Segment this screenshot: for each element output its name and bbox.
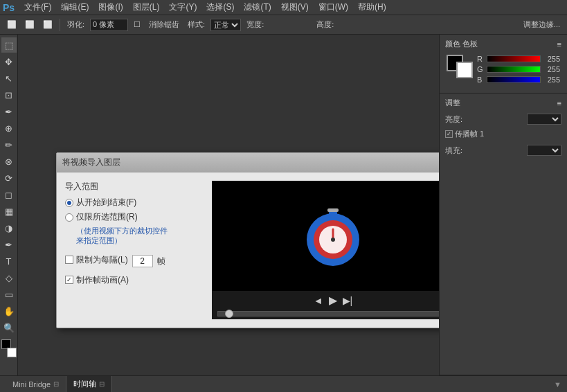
- r-value: 255: [543, 55, 560, 63]
- tool-gradient[interactable]: ▦: [1, 204, 17, 219]
- g-label: G: [477, 65, 484, 73]
- menu-filter[interactable]: 滤镜(T): [240, 0, 275, 15]
- brightness-select[interactable]: [527, 114, 561, 125]
- tool-crop[interactable]: ⊡: [1, 87, 17, 103]
- tool-path[interactable]: ◇: [1, 270, 17, 285]
- tool-shape1: ⬜: [4, 19, 19, 30]
- g-slider[interactable]: [487, 66, 541, 73]
- tool-move[interactable]: ↖: [1, 71, 17, 86]
- radio-row-full[interactable]: 从开始到结束(F): [65, 197, 204, 208]
- tool-eyedropper[interactable]: ✒: [1, 104, 17, 119]
- radio-selection-label: 仅限所选范围(R): [76, 211, 138, 223]
- svg-rect-6: [327, 208, 339, 212]
- dialog-body: 导入范围 从开始到结束(F) 仅限所选范围(R) （使用视频下方的裁切控件 来指…: [57, 172, 439, 328]
- tab-mini-bridge[interactable]: Mini Bridge ⊟: [6, 376, 66, 392]
- prev-frame-btn[interactable]: ◄: [314, 295, 323, 306]
- tool-clone[interactable]: ⊗: [1, 154, 17, 169]
- scrubber-track[interactable]: [217, 311, 439, 317]
- tool-hand[interactable]: ✋: [1, 303, 17, 319]
- fg-bg-swatches-container: [447, 55, 473, 78]
- interval-input[interactable]: [132, 255, 153, 267]
- tool-dodge[interactable]: ◑: [1, 220, 17, 235]
- menu-edit[interactable]: 编辑(E): [57, 0, 93, 15]
- menu-bar: Ps 文件(F) 编辑(E) 图像(I) 图层(L) 文字(Y) 选择(S) 滤…: [0, 0, 567, 15]
- video-controls: ◄ ▶ ▶|: [212, 291, 439, 310]
- tool-pen[interactable]: ✒: [1, 237, 17, 252]
- bg-swatch[interactable]: [7, 348, 17, 357]
- tool-lasso[interactable]: ✥: [1, 54, 17, 69]
- checkbox-animation-row[interactable]: 制作帧动画(A): [65, 274, 204, 286]
- adjust-edge-btn[interactable]: 调整边缘...: [521, 18, 563, 31]
- menu-type[interactable]: 文字(Y): [165, 0, 201, 15]
- tool-eraser[interactable]: ◻: [1, 187, 17, 202]
- tool-select[interactable]: ⬚: [1, 37, 17, 53]
- bg-color-swatch[interactable]: [456, 62, 473, 78]
- style-select[interactable]: 正常: [210, 19, 241, 31]
- canvas-area: 将视频导入图层 ✕ 导入范围 从开始到结束(F) 仅限所选范: [18, 35, 439, 375]
- tab-timeline[interactable]: 时间轴 ⊟: [66, 376, 112, 392]
- adjust-panel-body: 亮度: ✓ 传播帧 1 填充:: [442, 109, 564, 160]
- tab-timeline-close[interactable]: ⊟: [99, 380, 105, 388]
- bottom-bar-collapse-icon[interactable]: ▼: [554, 380, 561, 389]
- tool-zoom[interactable]: 🔍: [1, 320, 17, 335]
- dialog-titlebar: 将视频导入图层 ✕: [57, 153, 439, 172]
- brightness-row: 亮度:: [445, 112, 561, 126]
- color-swatches[interactable]: [1, 339, 17, 357]
- tool-type[interactable]: T: [1, 253, 17, 269]
- color-panel-header: 颜色 色板 ≡: [442, 37, 564, 51]
- adjust-panel-header: 调整 ≡: [442, 96, 564, 109]
- tool-shape[interactable]: ▭: [1, 287, 17, 302]
- g-value: 255: [543, 65, 560, 73]
- dialog-options: 导入范围 从开始到结束(F) 仅限所选范围(R) （使用视频下方的裁切控件 来指…: [65, 181, 204, 319]
- menu-select[interactable]: 选择(S): [202, 0, 238, 15]
- checkbox-limit-row[interactable]: 限制为每隔(L): [65, 254, 128, 266]
- tool-history[interactable]: ⟳: [1, 170, 17, 186]
- next-frame-btn[interactable]: ▶|: [343, 295, 353, 306]
- color-panel-section: 颜色 色板 ≡ R 255: [440, 35, 567, 93]
- b-slider[interactable]: [487, 76, 541, 83]
- feather-label: 羽化:: [64, 18, 87, 31]
- antialias-label: 消除锯齿: [146, 18, 182, 31]
- play-btn[interactable]: ▶: [329, 294, 337, 307]
- adjust-panel-section: 调整 ≡ 亮度: ✓ 传播帧 1 填充:: [440, 93, 567, 375]
- menu-items: 文件(F) 编辑(E) 图像(I) 图层(L) 文字(Y) 选择(S) 滤镜(T…: [20, 0, 390, 15]
- tool-brush[interactable]: ✏: [1, 137, 17, 152]
- radio-sub-text1: （使用视频下方的裁切控件: [76, 226, 204, 235]
- menu-layer[interactable]: 图层(L): [129, 0, 164, 15]
- b-label: B: [477, 75, 484, 84]
- menu-help[interactable]: 帮助(H): [354, 0, 390, 15]
- panel-menu-icon[interactable]: ≡: [557, 40, 561, 48]
- toolbar: ⬜ ⬜ ⬜ 羽化: ☐ 消除锯齿 样式: 正常 宽度: 高度: 调整边缘...: [0, 15, 567, 35]
- radio-row-selection[interactable]: 仅限所选范围(R): [65, 211, 204, 223]
- adjust-menu-icon[interactable]: ≡: [557, 99, 561, 107]
- dialog-title: 将视频导入图层: [62, 157, 120, 168]
- adjust-panel-title: 调整: [445, 98, 460, 108]
- feather-input[interactable]: [90, 19, 128, 31]
- radio-full[interactable]: [65, 199, 73, 207]
- antialias-check[interactable]: ☐: [131, 19, 143, 30]
- limit-interval-row: 限制为每隔(L) 帧: [65, 254, 204, 269]
- menu-file[interactable]: 文件(F): [20, 0, 55, 15]
- bottom-bar: Mini Bridge ⊟ 时间轴 ⊟ ▼: [0, 375, 567, 392]
- checkbox-animation[interactable]: [65, 276, 73, 284]
- scrubber-thumb[interactable]: [225, 310, 233, 318]
- color-sliders: R 255 G 255 B 255: [477, 55, 560, 86]
- tool-heal[interactable]: ⊕: [1, 121, 17, 136]
- menu-image[interactable]: 图像(I): [94, 0, 127, 15]
- video-frame: [212, 181, 439, 291]
- fill-select[interactable]: [527, 145, 561, 156]
- color-panel-body: R 255 G 255 B 255: [442, 51, 564, 90]
- style-label: 样式:: [185, 18, 208, 31]
- fill-row: 填充:: [445, 143, 561, 157]
- menu-view[interactable]: 视图(V): [277, 0, 313, 15]
- r-slider[interactable]: [487, 55, 541, 62]
- propagate-checkbox[interactable]: ✓: [445, 130, 453, 138]
- menu-window[interactable]: 窗口(W): [314, 0, 352, 15]
- import-range-title: 导入范围: [65, 181, 204, 193]
- tab-mini-bridge-close[interactable]: ⊟: [53, 380, 59, 388]
- workspace: ⬚ ✥ ↖ ⊡ ✒ ⊕ ✏ ⊗ ⟳ ◻ ▦ ◑ ✒ T ◇ ▭ ✋ 🔍 将视频导…: [0, 35, 567, 375]
- checkbox-limit[interactable]: [65, 256, 73, 264]
- radio-selection[interactable]: [65, 213, 73, 222]
- interval-unit: 帧: [157, 256, 165, 267]
- fill-label: 填充:: [445, 145, 462, 156]
